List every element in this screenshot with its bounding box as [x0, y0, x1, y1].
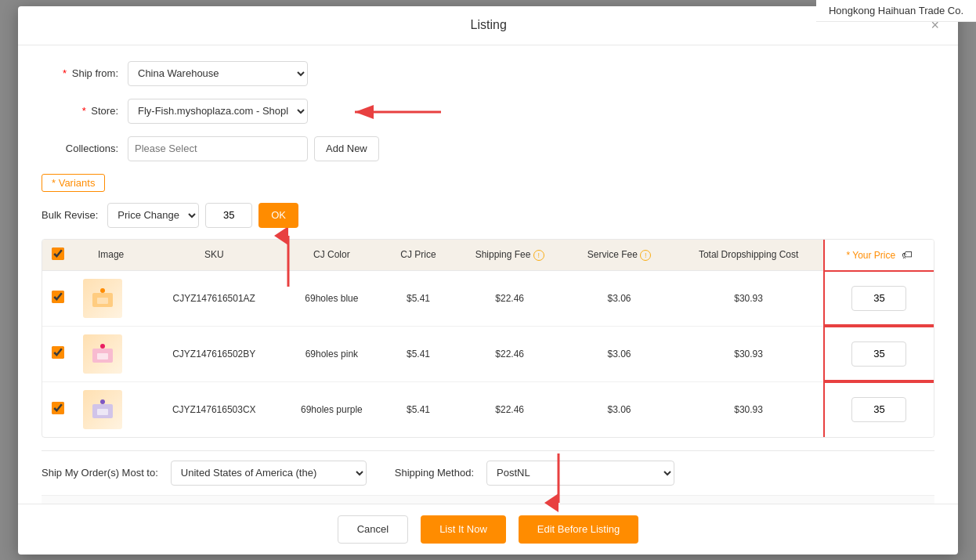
edit-before-listing-button[interactable]: Edit Before Listing: [519, 515, 639, 544]
row3-shipping-fee: $22.46: [454, 381, 566, 437]
svg-rect-4: [97, 298, 108, 304]
required-star: *: [63, 67, 67, 79]
required-star-store: *: [82, 105, 86, 117]
row1-your-price-input[interactable]: [851, 286, 906, 311]
header-cj-price: CJ Price: [383, 240, 453, 271]
header-service-fee: Service Fee !: [566, 240, 673, 271]
header-checkbox-cell: [42, 240, 74, 271]
row2-image-cell: [74, 326, 148, 381]
add-new-button[interactable]: Add New: [314, 136, 379, 161]
table-row: CJYZ147616502BY 69holes pink $5.41 $22.4…: [42, 326, 934, 381]
variants-title: * Variants: [42, 174, 105, 192]
row3-your-price-cell: [825, 381, 934, 437]
ship-from-select[interactable]: China Warehouse: [128, 61, 308, 86]
row2-checkbox-cell: [42, 326, 74, 381]
row1-cj-color: 69holes blue: [280, 270, 383, 326]
svg-point-3: [100, 288, 105, 293]
row1-image: [83, 279, 122, 318]
row3-cj-color: 69holes purple: [280, 381, 383, 437]
header-total-cost: Total Dropshipping Cost: [672, 240, 825, 271]
delivery-info-row: Estimated Delivery Time: 15-28 days Ship…: [42, 495, 934, 504]
table-row: CJYZ147616503CX 69holes purple $5.41 $22…: [42, 381, 934, 437]
listing-modal: Listing × * Ship from: China Warehouse *…: [18, 6, 958, 555]
row1-image-cell: [74, 270, 148, 326]
svg-point-9: [100, 399, 105, 404]
shipping-method-label: Shipping Method:: [395, 467, 474, 479]
table-row: CJYZ147616501AZ 69holes blue $5.41 $22.4…: [42, 270, 934, 326]
row3-checkbox-cell: [42, 381, 74, 437]
bulk-revise-row: Bulk Revise: Price Change OK: [42, 203, 934, 228]
shipping-fee-info-icon[interactable]: !: [533, 250, 544, 261]
row2-total-cost: $30.93: [672, 326, 825, 381]
row1-checkbox-cell: [42, 270, 74, 326]
top-bar-text: Hongkong Haihuan Trade Co.: [816, 0, 976, 22]
collections-row: Collections: Add New: [42, 136, 934, 161]
table-header-row: Image SKU CJ Color CJ Price Shipping Fee…: [42, 240, 934, 271]
row1-your-price-cell: [825, 270, 934, 326]
ship-from-label: * Ship from:: [42, 67, 128, 79]
select-all-checkbox[interactable]: [52, 247, 64, 260]
service-fee-info-icon[interactable]: !: [640, 250, 651, 261]
bulk-revise-input[interactable]: [205, 203, 252, 228]
ok-button[interactable]: OK: [258, 203, 298, 228]
store-label: * Store:: [42, 105, 128, 117]
store-select[interactable]: Fly-Fish.myshoplaza.com - Shoplazza: [128, 99, 308, 124]
collections-label: Collections:: [42, 143, 128, 154]
variants-table: Image SKU CJ Color CJ Price Shipping Fee…: [42, 240, 934, 437]
svg-rect-10: [97, 409, 108, 415]
row2-checkbox[interactable]: [52, 346, 64, 359]
row3-image-cell: [74, 381, 148, 437]
row3-image: [83, 390, 122, 429]
row1-service-fee: $3.06: [566, 270, 673, 326]
svg-rect-7: [97, 353, 108, 359]
row1-total-cost: $30.93: [672, 270, 825, 326]
header-cj-color: CJ Color: [280, 240, 383, 271]
row2-your-price-cell: [825, 326, 934, 381]
row2-image: [83, 334, 122, 374]
price-tag-icon: 🏷: [902, 248, 913, 261]
row2-your-price-input[interactable]: [851, 341, 906, 367]
row2-shipping-fee: $22.46: [454, 326, 566, 381]
ship-to-label: Ship My Order(s) Most to:: [42, 467, 158, 479]
row3-service-fee: $3.06: [566, 381, 673, 437]
row3-sku: CJYZ147616503CX: [148, 381, 280, 437]
shipping-section: Ship My Order(s) Most to: United States …: [42, 450, 934, 495]
header-shipping-fee: Shipping Fee !: [454, 240, 566, 271]
row1-cj-price: $5.41: [383, 270, 453, 326]
bulk-revise-select[interactable]: Price Change: [107, 203, 199, 228]
row1-sku: CJYZ147616501AZ: [148, 270, 280, 326]
header-sku: SKU: [148, 240, 280, 271]
row2-cj-price: $5.41: [383, 326, 453, 381]
modal-body: * Ship from: China Warehouse * Store: Fl…: [18, 45, 958, 504]
modal-footer: Cancel List It Now Edit Before Listing: [18, 504, 958, 555]
store-row: * Store: Fly-Fish.myshoplaza.com - Shopl…: [42, 99, 934, 124]
store-arrow: [339, 92, 449, 132]
svg-point-6: [100, 344, 105, 349]
header-image: Image: [74, 240, 148, 271]
variants-table-container: Image SKU CJ Color CJ Price Shipping Fee…: [42, 239, 934, 438]
row3-your-price-input[interactable]: [851, 397, 906, 422]
header-your-price: * Your Price 🏷: [825, 240, 934, 271]
bulk-revise-label: Bulk Revise:: [42, 209, 98, 221]
shipping-method-select[interactable]: PostNL: [486, 461, 674, 486]
modal-title: Listing: [49, 18, 927, 32]
row3-total-cost: $30.93: [672, 381, 825, 437]
variants-section: * Variants Bulk Revise: Price Change OK: [42, 174, 934, 504]
row3-checkbox[interactable]: [52, 402, 64, 414]
row2-cj-color: 69holes pink: [280, 326, 383, 381]
list-it-now-button[interactable]: List It Now: [421, 515, 506, 544]
ship-to-select[interactable]: United States of America (the): [171, 461, 367, 486]
row3-cj-price: $5.41: [383, 381, 453, 437]
ship-from-row: * Ship from: China Warehouse: [42, 61, 934, 86]
row2-sku: CJYZ147616502BY: [148, 326, 280, 381]
row1-shipping-fee: $22.46: [454, 270, 566, 326]
row1-checkbox[interactable]: [52, 291, 64, 303]
collections-input[interactable]: [128, 136, 308, 161]
row2-service-fee: $3.06: [566, 326, 673, 381]
cancel-button[interactable]: Cancel: [338, 515, 408, 544]
